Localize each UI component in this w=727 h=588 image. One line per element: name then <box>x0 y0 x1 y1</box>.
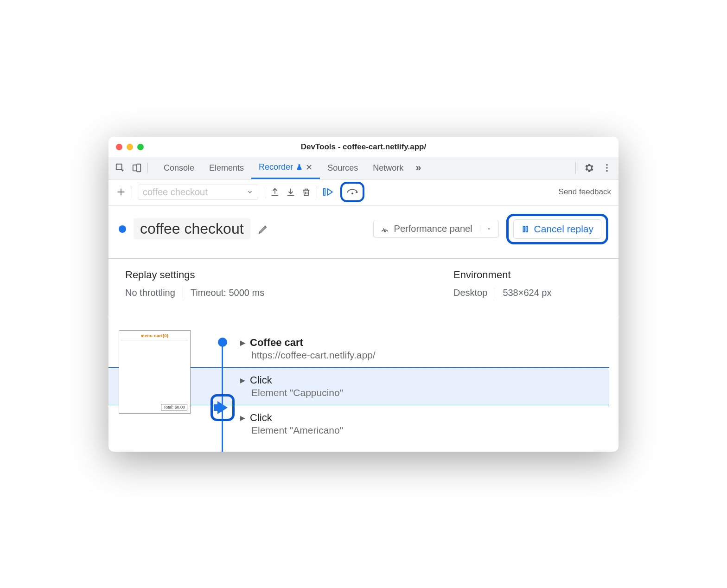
expand-icon[interactable]: ▶ <box>240 339 245 346</box>
send-feedback-link[interactable]: Send feedback <box>559 187 611 197</box>
step-subtitle: Element "Americano" <box>251 425 601 436</box>
performance-panel-button[interactable]: Performance panel <box>373 220 499 238</box>
recording-selector-label: coffee checkout <box>143 187 208 198</box>
timeout-value: Timeout: 5000 ms <box>183 288 264 298</box>
throttling-value: No throttling <box>125 288 175 298</box>
timeline <box>201 330 237 442</box>
environment-title: Environment <box>453 269 602 281</box>
environment-col: Environment Desktop 538×624 px <box>453 269 602 298</box>
recording-name: coffee checkout <box>134 218 250 239</box>
pause-icon <box>521 225 529 233</box>
cancel-replay-button[interactable]: Cancel replay <box>513 219 601 239</box>
tab-network[interactable]: Network <box>365 157 411 179</box>
chevron-down-icon <box>247 189 253 195</box>
step-row[interactable]: ▶ Coffee cart https://coffee-cart.netlif… <box>237 330 609 367</box>
step-row[interactable]: ▶ Click Element "Americano" <box>237 405 609 442</box>
step-over-icon[interactable] <box>346 185 359 197</box>
steps-list: menu cart(0) Total: $0.00 ▶ <box>108 316 619 442</box>
close-window-button[interactable] <box>116 144 122 150</box>
devtools-window: DevTools - coffee-cart.netlify.app/ Cons… <box>108 137 619 452</box>
flask-icon <box>296 164 303 171</box>
svg-rect-2 <box>137 164 140 172</box>
current-step-arrow-icon <box>217 401 228 414</box>
maximize-window-button[interactable] <box>137 144 144 150</box>
step-subtitle: https://coffee-cart.netlify.app/ <box>251 350 601 361</box>
delete-icon[interactable] <box>301 187 311 197</box>
recording-status-indicator <box>119 225 126 233</box>
svg-rect-0 <box>116 164 122 170</box>
screenshot-thumbnail[interactable]: menu cart(0) Total: $0.00 <box>119 330 191 414</box>
inspect-icon[interactable] <box>115 163 125 173</box>
step-subtitle: Element "Cappucino" <box>251 387 601 398</box>
cancel-replay-label: Cancel replay <box>534 224 593 235</box>
close-tab-icon[interactable]: ✕ <box>306 162 312 173</box>
minimize-window-button[interactable] <box>127 144 133 150</box>
step-title: Click <box>250 412 272 424</box>
expand-icon[interactable]: ▶ <box>240 377 245 384</box>
gear-icon[interactable] <box>583 162 594 173</box>
separator <box>317 186 317 198</box>
dimensions-value: 538×624 px <box>495 288 551 298</box>
replay-settings-title: Replay settings <box>125 269 453 281</box>
step-over-annotation <box>340 182 364 202</box>
chevron-down-icon <box>480 226 492 232</box>
svg-point-5 <box>606 170 608 172</box>
step-title: Click <box>250 374 272 386</box>
svg-rect-9 <box>523 226 524 232</box>
devtools-tabbar: Console Elements Recorder ✕ Sources Netw… <box>108 157 619 179</box>
cancel-replay-annotation: Cancel replay <box>506 214 608 244</box>
svg-point-4 <box>606 167 608 169</box>
device-value: Desktop <box>453 288 487 298</box>
svg-rect-10 <box>526 226 527 232</box>
step-replay-icon[interactable] <box>323 187 335 197</box>
settings-row: Replay settings No throttling Timeout: 5… <box>108 259 619 316</box>
titlebar: DevTools - coffee-cart.netlify.app/ <box>108 137 619 157</box>
tab-recorder-label: Recorder <box>259 162 293 172</box>
kebab-menu-icon[interactable] <box>602 163 612 173</box>
device-toolbar-icon[interactable] <box>132 163 142 173</box>
svg-point-7 <box>351 192 353 194</box>
performance-panel-label: Performance panel <box>394 224 472 234</box>
step-marker-start <box>218 338 227 347</box>
import-icon[interactable] <box>286 187 296 197</box>
tab-elements[interactable]: Elements <box>202 157 251 179</box>
recording-header: coffee checkout Performance panel Cancel… <box>108 205 619 259</box>
separator <box>264 186 264 198</box>
export-icon[interactable] <box>270 187 280 197</box>
step-title: Coffee cart <box>250 337 303 349</box>
thumb-header: menu cart(0) <box>121 333 188 338</box>
edit-name-icon[interactable] <box>258 224 269 235</box>
traffic-lights <box>116 144 144 150</box>
recording-selector[interactable]: coffee checkout <box>138 185 258 200</box>
svg-point-3 <box>606 164 608 166</box>
tab-console[interactable]: Console <box>156 157 202 179</box>
separator <box>575 162 576 174</box>
replay-settings-col: Replay settings No throttling Timeout: 5… <box>125 269 453 298</box>
more-tabs-icon[interactable]: » <box>411 162 426 174</box>
gauge-icon <box>380 224 389 234</box>
recorder-toolbar: coffee checkout Send feedback <box>108 179 619 205</box>
thumb-footer: Total: $0.00 <box>161 404 187 410</box>
tab-sources[interactable]: Sources <box>320 157 365 179</box>
window-title: DevTools - coffee-cart.netlify.app/ <box>108 142 619 152</box>
new-recording-icon[interactable] <box>116 187 126 197</box>
step-marker-current-annotation <box>218 394 242 421</box>
tab-recorder[interactable]: Recorder ✕ <box>251 157 320 179</box>
separator <box>132 186 132 198</box>
svg-rect-6 <box>324 189 325 195</box>
